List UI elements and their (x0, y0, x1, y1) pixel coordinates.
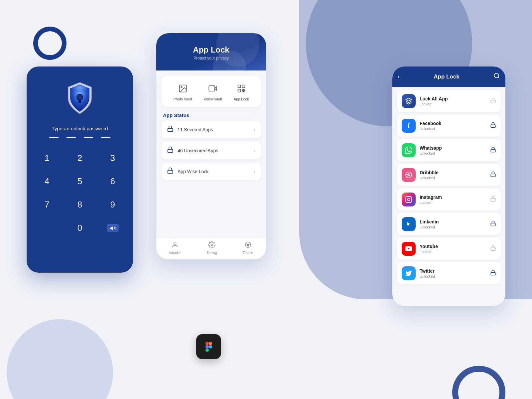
list-item[interactable]: Twitter Unlocked (397, 262, 501, 284)
pin-key-3[interactable]: 3 (99, 148, 126, 168)
status-header: App Lock Protect your privacy (156, 33, 266, 70)
theme-icon (244, 241, 252, 250)
app-wise-lock-item[interactable]: App Wise Lock › (162, 163, 261, 180)
pin-key-7[interactable]: 7 (33, 195, 61, 214)
svg-rect-9 (242, 85, 245, 88)
nav-setting[interactable]: Setting (206, 241, 217, 255)
list-item[interactable]: Youtube Locked (397, 238, 501, 260)
linkedin-status: Unlocked (420, 225, 486, 229)
video-vault-label: Video Vault (203, 97, 222, 101)
instagram-info: Instagram Locked (420, 195, 486, 204)
svg-rect-16 (168, 149, 173, 152)
svg-point-19 (211, 244, 213, 246)
bg-circle-bottom-left (7, 319, 113, 399)
list-title: App Lock (404, 73, 489, 80)
linkedin-info: Linkedin Unlocked (420, 219, 486, 229)
app-wise-lock-text: App Wise Lock (178, 169, 250, 174)
svg-rect-11 (242, 89, 243, 90)
lock-all-app-name: Lock All App (420, 96, 486, 101)
pin-key-8[interactable]: 8 (66, 195, 94, 214)
svg-rect-38 (491, 248, 495, 250)
svg-rect-36 (491, 223, 495, 226)
lock-all-lock-icon (490, 97, 496, 105)
whatsapp-icon (402, 143, 416, 157)
pin-keypad: 1 2 3 4 5 6 7 8 9 0 ◀ x (33, 148, 126, 238)
pin-key-5[interactable]: 5 (66, 171, 94, 191)
pin-delete-button[interactable]: ◀ x (99, 218, 126, 238)
svg-point-21 (247, 244, 249, 246)
bottom-nav: Intruder Setting Theme (156, 237, 266, 259)
svg-rect-33 (406, 197, 412, 202)
nav-theme[interactable]: Theme (243, 241, 253, 255)
whatsapp-status: Unlocked (420, 151, 486, 155)
list-item[interactable]: Whatsapp Unlocked (397, 139, 501, 161)
secured-apps-item[interactable]: 11 Secured Apps › (162, 121, 261, 138)
search-button[interactable] (493, 72, 500, 81)
pin-key-9[interactable]: 9 (99, 195, 126, 214)
pin-key-0[interactable]: 0 (66, 218, 94, 238)
list-item[interactable]: f Facebook Unlocked (397, 115, 501, 137)
app-list: Lock All App Locked f Facebook Unlocked (392, 87, 505, 306)
pin-key-2[interactable]: 2 (66, 148, 94, 168)
unsecured-lock-icon (167, 146, 174, 155)
intruder-icon (171, 241, 179, 250)
app-wise-lock-icon (167, 167, 174, 176)
nav-intruder[interactable]: Intruder (169, 241, 181, 255)
facebook-name: Facebook (420, 121, 486, 126)
app-lock-icon (235, 82, 248, 95)
pin-screen: Type an unlock password 1 2 3 4 5 6 7 8 … (27, 66, 133, 273)
youtube-icon (402, 242, 416, 256)
youtube-lock-icon (490, 245, 496, 253)
pin-key-6[interactable]: 6 (99, 171, 126, 191)
intruder-label: Intruder (169, 251, 181, 255)
instagram-icon (402, 193, 416, 206)
unsecured-apps-text: 46 Unsecured Apps (178, 148, 250, 153)
svg-rect-17 (168, 170, 173, 173)
list-item[interactable]: in Linkedin Unlocked (397, 213, 501, 235)
svg-rect-30 (491, 149, 495, 152)
bg-circle-bottom-right (452, 366, 505, 399)
dribbble-icon (402, 168, 416, 182)
vault-card: Photo Vault Video Vault App Lock (162, 76, 261, 107)
unsecured-apps-arrow: › (254, 148, 255, 154)
setting-icon (208, 241, 215, 250)
svg-rect-10 (238, 89, 240, 92)
svg-rect-29 (491, 125, 495, 127)
facebook-info: Facebook Unlocked (420, 121, 486, 131)
twitter-icon (402, 266, 416, 280)
lock-all-app-info: Lock All App Locked (420, 96, 486, 106)
svg-rect-6 (209, 86, 215, 91)
svg-point-5 (181, 86, 182, 88)
secured-apps-text: 11 Secured Apps (178, 127, 250, 132)
youtube-name: Youtube (420, 244, 486, 249)
svg-rect-8 (238, 85, 240, 88)
instagram-lock-icon (490, 196, 496, 203)
bg-ring-topleft (33, 27, 66, 60)
svg-point-0 (72, 86, 87, 92)
unsecured-apps-item[interactable]: 46 Unsecured Apps › (162, 142, 261, 159)
svg-rect-15 (168, 128, 173, 131)
pin-key-1[interactable]: 1 (33, 148, 61, 168)
pin-key-4[interactable]: 4 (33, 171, 61, 191)
photo-vault-item[interactable]: Photo Vault (173, 82, 192, 101)
facebook-lock-icon (490, 122, 496, 130)
app-status-section-title: App Status (156, 107, 266, 121)
svg-rect-14 (244, 91, 245, 92)
app-wise-lock-arrow: › (254, 169, 255, 175)
svg-point-27 (494, 73, 499, 78)
twitter-name: Twitter (420, 268, 486, 274)
list-item[interactable]: Dribbble Unlocked (397, 164, 501, 186)
svg-rect-24 (205, 345, 209, 348)
back-button[interactable]: ‹ (398, 73, 400, 80)
status-body: Photo Vault Video Vault App Lock (156, 70, 266, 259)
video-vault-item[interactable]: Video Vault (203, 82, 222, 101)
twitter-info: Twitter Unlocked (420, 268, 486, 278)
app-lock-item[interactable]: App Lock (234, 82, 249, 101)
list-item[interactable]: Lock All App Locked (397, 90, 501, 112)
video-vault-icon (206, 82, 219, 95)
whatsapp-lock-icon (490, 147, 496, 154)
whatsapp-name: Whatsapp (420, 145, 486, 151)
list-item[interactable]: Instagram Locked (397, 189, 501, 210)
svg-point-18 (174, 242, 176, 244)
svg-rect-12 (244, 89, 245, 90)
